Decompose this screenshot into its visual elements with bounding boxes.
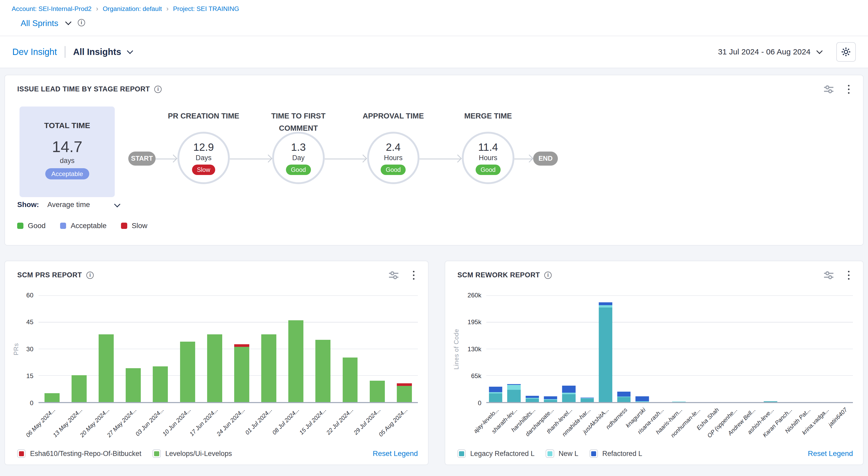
info-icon[interactable]: i	[78, 19, 85, 26]
settings-button[interactable]	[836, 42, 856, 62]
legend-checkbox[interactable]	[457, 449, 466, 458]
bar-segment	[617, 397, 630, 402]
bar[interactable]	[316, 340, 331, 402]
bar[interactable]	[599, 302, 612, 402]
status-badge: Acceptable	[45, 168, 89, 179]
sprint-selector-label[interactable]: All Sprints	[21, 19, 58, 28]
bar[interactable]	[397, 383, 412, 402]
info-icon[interactable]: i	[544, 272, 552, 279]
bar-segment	[234, 347, 249, 402]
bar[interactable]	[44, 393, 60, 402]
chart-legend: Legacy Refactored LNew LRefactored L Res…	[457, 449, 853, 458]
stage-value: 12.9	[193, 141, 214, 153]
date-range-label[interactable]: 31 Jul 2024 - 06 Aug 2024	[718, 48, 811, 56]
bar[interactable]	[343, 358, 358, 402]
gridline	[38, 322, 418, 322]
total-time-unit: days	[60, 157, 75, 165]
bar[interactable]	[126, 368, 141, 402]
legend-item[interactable]: Esha610/Testing-Repo-Of-Bitbucket	[17, 449, 141, 458]
bar-segment	[599, 302, 612, 305]
stage-circle[interactable]: 2.4 Hours Good	[367, 132, 420, 184]
reset-legend-link[interactable]: Reset Legend	[373, 449, 418, 458]
show-value[interactable]: Average time	[48, 201, 90, 209]
scm-prs-chart: PRs 015304560 06 May 2024...13 May 2024.…	[12, 295, 418, 403]
stage-merge[interactable]: MERGE TIME 11.4 Hours Good	[462, 107, 515, 210]
gridline	[486, 349, 853, 349]
bar[interactable]	[562, 386, 576, 402]
bar[interactable]	[99, 334, 114, 402]
breadcrumb-link[interactable]: Project: SEI TRAINING	[173, 5, 239, 12]
bar[interactable]	[180, 341, 195, 402]
gridline	[38, 375, 418, 376]
bar[interactable]	[507, 384, 520, 402]
stage-approval[interactable]: APPROVAL TIME 2.4 Hours Good	[367, 107, 420, 210]
kebab-menu-icon[interactable]	[412, 269, 415, 281]
scm-prs-panel: SCM PRS REPORT i PRs 015304560 06 May 20…	[4, 261, 428, 465]
stage-value: 2.4	[386, 141, 401, 153]
gridline	[486, 322, 853, 322]
stage-label: TIME TO FIRST COMMENT	[256, 110, 340, 134]
breadcrumb: Account: SEI-Internal-Prod2›Organization…	[12, 5, 239, 12]
bar[interactable]	[288, 320, 303, 402]
panel-title: SCM PRS REPORT	[17, 271, 82, 279]
legend-checkbox[interactable]	[546, 449, 554, 458]
kebab-menu-icon[interactable]	[847, 269, 851, 281]
insight-dropdown-label[interactable]: All Insights	[73, 47, 121, 57]
breadcrumb-link[interactable]: Account: SEI-Internal-Prod2	[12, 5, 92, 12]
y-axis: 065k130k195k260k	[464, 295, 487, 403]
legend-checkbox[interactable]	[17, 449, 26, 458]
stage-first-comment[interactable]: TIME TO FIRST COMMENT 1.3 Day Good	[272, 107, 325, 210]
show-dropdown[interactable]: Show: Average time	[17, 201, 119, 209]
bar[interactable]	[672, 401, 685, 402]
bar[interactable]	[207, 334, 222, 402]
chevron-down-icon[interactable]	[114, 201, 121, 207]
page-header: Account: SEI-Internal-Prod2›Organization…	[0, 0, 868, 68]
sprint-selector[interactable]: All Sprints i	[21, 19, 85, 28]
chevron-down-icon[interactable]	[65, 19, 71, 25]
kebab-menu-icon[interactable]	[847, 84, 851, 95]
legend-checkbox[interactable]	[152, 449, 161, 458]
bar[interactable]	[234, 344, 249, 402]
date-range-picker[interactable]: 31 Jul 2024 - 06 Aug 2024	[718, 48, 822, 56]
stage-label: PR CREATION TIME	[162, 110, 246, 122]
legend-item[interactable]: Refactored L	[590, 449, 643, 458]
bar[interactable]	[544, 396, 557, 402]
bar[interactable]	[636, 396, 649, 402]
breadcrumb-link[interactable]: Organization: default	[103, 5, 162, 12]
stage-pr-creation[interactable]: PR CREATION TIME 12.9 Days Slow	[178, 107, 230, 210]
bar[interactable]	[153, 366, 168, 402]
legend-checkbox[interactable]	[590, 449, 598, 458]
stage-circle[interactable]: 1.3 Day Good	[272, 132, 325, 184]
bar-segment	[489, 393, 502, 402]
chevron-down-icon[interactable]	[127, 48, 133, 54]
reset-legend-link[interactable]: Reset Legend	[808, 449, 853, 458]
plot-area: 06 May 2024...13 May 2024...20 May 2024.…	[38, 295, 418, 403]
filter-sliders-icon[interactable]	[824, 271, 833, 279]
dev-insight-link[interactable]: Dev Insight	[12, 47, 57, 57]
y-tick-label: 0	[30, 399, 34, 407]
stage-circle[interactable]: 11.4 Hours Good	[462, 132, 515, 184]
legend-item[interactable]: Levelops/Ui-Levelops	[152, 449, 232, 458]
bar-segment	[207, 334, 222, 402]
y-tick-label: 65k	[471, 373, 482, 380]
stage-circle[interactable]: 12.9 Days Slow	[178, 132, 230, 184]
bar[interactable]	[71, 375, 87, 402]
bar-segment	[99, 334, 114, 402]
bar-segment	[617, 392, 630, 396]
legend-item[interactable]: New L	[546, 449, 578, 458]
bar[interactable]	[764, 401, 777, 402]
bar[interactable]	[581, 397, 594, 402]
filter-sliders-icon[interactable]	[824, 85, 833, 93]
bar[interactable]	[526, 396, 539, 402]
legend-item[interactable]: Legacy Refactored L	[457, 449, 535, 458]
bar[interactable]	[489, 387, 502, 402]
plot-area: ajay-levelo...sharath-lev...harshilbits.…	[486, 295, 853, 403]
bar[interactable]	[370, 381, 385, 402]
filter-sliders-icon[interactable]	[389, 271, 398, 279]
info-icon[interactable]: i	[86, 272, 94, 279]
bar[interactable]	[617, 392, 630, 402]
header-right: 31 Jul 2024 - 06 Aug 2024	[718, 42, 856, 62]
info-icon[interactable]: i	[154, 86, 162, 93]
chevron-down-icon[interactable]	[816, 48, 823, 54]
bar[interactable]	[261, 334, 276, 402]
